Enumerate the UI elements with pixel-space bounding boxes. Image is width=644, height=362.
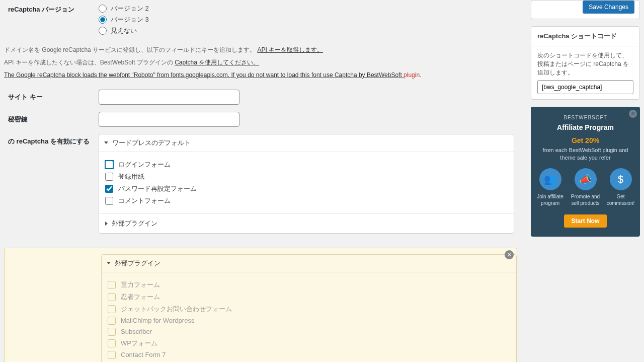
promo-external-plugins: ✕ 外部プラグイン 重力フォーム 忍者フォーム ジェットパックお問い合わせフォー… [4,248,517,362]
checkbox-label: パスワード再設定フォーム [118,184,197,193]
people-icon: 👥 [539,168,561,190]
promo-panel-head[interactable]: 外部プラグイン [102,255,516,272]
shortcode-description: 次のショートコードを使用して、投稿またはページに reCaptcha を追加しま… [537,51,633,77]
checkbox-disabled [108,317,116,325]
promo-item: 忍者フォーム [108,293,510,302]
field-label: reCaptcha バージョン [4,0,95,42]
radio-input[interactable] [99,16,107,24]
affiliate-discount: Get 20% [535,136,636,144]
checkbox-input[interactable] [105,161,113,169]
radio-input[interactable] [99,27,107,35]
radio-version-3[interactable]: バージョン 3 [99,15,517,24]
checkbox-disabled [108,339,116,347]
affiliate-col-2: 📣 Promote and sell products [571,168,600,206]
checkbox-label: ログインフォーム [118,160,171,169]
chevron-down-icon [107,262,111,264]
secret-key-input[interactable] [99,112,239,127]
site-key-input[interactable] [99,90,239,105]
affiliate-col-1: 👥 Join affiliate program [536,168,565,206]
site-key-row: サイト キー [4,88,521,110]
radio-label: バージョン 3 [111,15,149,24]
checkbox-label: MailChimp for Wordpress [121,317,194,324]
checkbox-disabled [108,351,116,359]
wp-default-panel: ワードプレスのデフォルト ログインフォーム 登録用紙 [99,134,514,234]
captcha-link[interactable]: Captcha を使用してください。 [175,59,259,66]
affiliate-col-3: $ Get commission! [606,168,635,206]
promo-item: ジェットパックお問い合わせフォーム [108,305,510,314]
checkbox-disabled [108,305,116,313]
checkbox-input[interactable] [105,197,113,205]
chevron-right-icon [105,222,108,226]
panel-foot-external[interactable]: 外部プラグイン [99,213,514,233]
close-icon[interactable]: ✕ [505,250,514,259]
checkbox-label: Contact Form 7 [121,351,166,358]
affiliate-card: ✕ BESTWEBSOFT Affiliate Program Get 20% … [531,107,640,237]
secret-key-row: 秘密鍵 [4,110,521,132]
promo-item: MailChimp for Wordpress [108,317,510,325]
checkbox-disabled [108,281,116,289]
affiliate-brand: BESTWEBSOFT [535,115,636,120]
affiliate-title: Affiliate Program [535,123,636,131]
chk-register-form[interactable]: 登録用紙 [105,172,508,181]
shortcode-card: reCaptcha ショートコード 次のショートコードを使用して、投稿またはペー… [531,26,640,100]
chevron-down-icon [104,141,108,144]
money-icon: $ [610,168,632,190]
radio-label: 見えない [111,26,137,35]
promo-item: WPフォーム [108,339,510,348]
checkbox-input[interactable] [105,185,113,193]
checkbox-disabled [108,328,116,336]
enable-recaptcha-row: の reCaptcha を有効にする ワードプレスのデフォルト ログインフォーム [4,132,521,239]
panel-head-wp-default[interactable]: ワードプレスのデフォルト [99,134,514,152]
affiliate-subtitle: from each BestWebSoft plugin and theme s… [535,147,636,162]
chk-login-form[interactable]: ログインフォーム [105,160,508,169]
checkbox-label: 重力フォーム [121,280,160,289]
promo-item: Contact Form 7 [108,351,510,359]
checkbox-input[interactable] [105,173,113,181]
save-button[interactable]: Save Changes [583,1,634,14]
shortcode-input[interactable] [537,80,633,94]
promo-item: Subscriber [108,328,510,336]
promo-item: 重力フォーム [108,280,510,289]
card-title: reCaptcha ショートコード [531,27,639,46]
field-label: 秘密鍵 [4,110,95,132]
close-icon[interactable]: ✕ [629,110,637,118]
radio-input[interactable] [99,5,107,13]
radio-label: バージョン 2 [111,4,149,13]
description-2: API キーを作成したくない場合は、BestWebSoft プラグインの Cap… [4,58,521,67]
recaptcha-version-row: reCaptcha バージョン バージョン 2 バージョン 3 見えない [4,0,521,42]
save-card: Save Changes [531,0,640,19]
field-label: サイト キー [4,88,95,110]
radio-version-2[interactable]: バージョン 2 [99,4,517,13]
radio-invisible[interactable]: 見えない [99,26,517,35]
api-key-link[interactable]: API キーを取得します。 [257,46,323,53]
plugin-link[interactable]: plugin. [404,71,421,79]
chk-comment-form[interactable]: コメントフォーム [105,196,508,205]
chk-reset-password-form[interactable]: パスワード再設定フォーム [105,184,508,193]
start-now-button[interactable]: Start Now [564,214,606,228]
checkbox-label: 忍者フォーム [121,293,160,302]
checkbox-label: Subscriber [121,328,152,335]
checkbox-label: コメントフォーム [118,196,171,205]
checkbox-label: WPフォーム [121,339,157,348]
megaphone-icon: 📣 [575,168,597,190]
description-3: The Google reCaptcha block loads the web… [4,70,521,80]
checkbox-label: 登録用紙 [118,172,144,181]
checkbox-label: ジェットパックお問い合わせフォーム [121,305,232,314]
roboto-font-link[interactable]: The Google reCaptcha block loads the web… [4,71,404,79]
description-1: ドメイン名を Google reCaptcha サービスに登録し、以下のフィール… [4,45,521,55]
field-label: の reCaptcha を有効にする [4,132,95,239]
checkbox-disabled [108,293,116,301]
